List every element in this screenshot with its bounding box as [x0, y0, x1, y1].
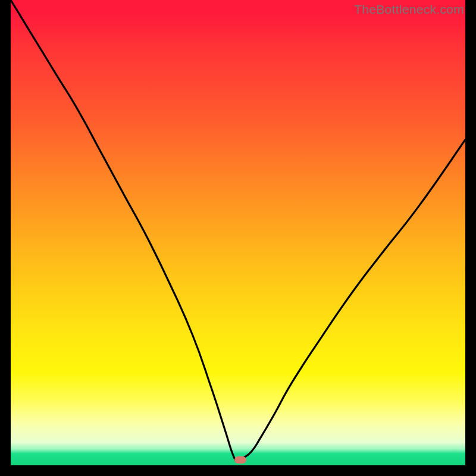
- bottleneck-curve: [11, 0, 465, 461]
- minimum-marker: [234, 456, 246, 464]
- curve-svg: [11, 0, 465, 465]
- chart-canvas: TheBottleneck.com: [0, 0, 476, 476]
- plot-area: [11, 0, 465, 465]
